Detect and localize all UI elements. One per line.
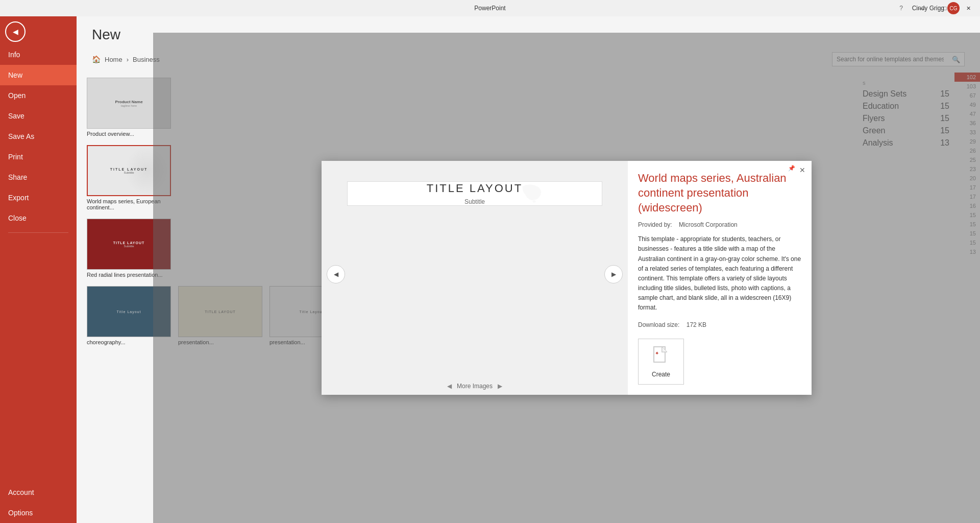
sidebar-label-close: Close bbox=[8, 214, 27, 222]
modal-nav-right[interactable]: ▶ bbox=[604, 265, 623, 283]
create-label: Create bbox=[652, 371, 670, 378]
sidebar-item-export[interactable]: Export bbox=[0, 187, 77, 208]
download-label: Download size: bbox=[638, 321, 679, 328]
close-button[interactable]: ✕ bbox=[957, 0, 980, 16]
more-images-prev[interactable]: ◀ bbox=[447, 383, 452, 390]
sidebar-item-options[interactable]: Options bbox=[0, 503, 77, 523]
preview-subtitle: Subtitle bbox=[427, 198, 523, 205]
svg-point-0 bbox=[533, 201, 536, 203]
app-title: PowerPoint bbox=[474, 5, 505, 12]
more-images-next[interactable]: ▶ bbox=[498, 383, 502, 390]
sidebar-item-new[interactable]: New bbox=[0, 65, 77, 85]
sidebar-item-print[interactable]: Print bbox=[0, 147, 77, 167]
modal-info: World maps series, Australian continent … bbox=[628, 161, 812, 394]
more-images-row: ◀ More Images ▶ bbox=[322, 377, 628, 395]
create-button[interactable]: ✦ Create bbox=[638, 339, 684, 385]
sidebar-item-info[interactable]: Info bbox=[0, 44, 77, 65]
modal-body: ◀ TITLE LAYOUT bbox=[322, 161, 812, 394]
window-controls: — □ ✕ bbox=[910, 0, 980, 16]
breadcrumb-separator: › bbox=[127, 56, 129, 63]
modal-preview: ◀ TITLE LAYOUT bbox=[322, 161, 628, 394]
sidebar-label-save: Save bbox=[8, 112, 24, 120]
sidebar-item-close[interactable]: Close bbox=[0, 208, 77, 228]
create-icon: ✦ bbox=[653, 345, 669, 368]
sidebar-label-info: Info bbox=[8, 51, 20, 59]
nav-left-icon: ◀ bbox=[334, 271, 338, 278]
svg-text:✦: ✦ bbox=[655, 350, 659, 356]
preview-title: TITLE LAYOUT bbox=[427, 182, 523, 195]
preview-title-layout: TITLE LAYOUT Subtitle bbox=[427, 182, 523, 205]
modal-description: This template - appropriate for students… bbox=[638, 234, 801, 313]
provider-label: Provided by: bbox=[638, 221, 672, 228]
modal-provider: Provided by: Microsoft Corporation bbox=[638, 221, 801, 228]
sidebar-label-options: Options bbox=[8, 509, 33, 517]
more-images-label: More Images bbox=[457, 383, 493, 390]
modal-close-button[interactable]: ✕ bbox=[797, 165, 807, 175]
sidebar-item-open[interactable]: Open bbox=[0, 85, 77, 106]
modal-overlay: ✕ 📌 ◀ bbox=[153, 33, 980, 523]
provider-name: Microsoft Corporation bbox=[679, 221, 738, 228]
back-button[interactable]: ◀ bbox=[5, 21, 26, 42]
sidebar-label-open: Open bbox=[8, 91, 26, 100]
sidebar-bottom: Account Options bbox=[0, 482, 77, 523]
modal-preview-image: TITLE LAYOUT Subtitle bbox=[347, 181, 602, 206]
sidebar-label-export: Export bbox=[8, 194, 29, 202]
title-bar: PowerPoint ? Cindy Grigg CG — □ ✕ bbox=[0, 0, 980, 16]
sidebar-label-account: Account bbox=[8, 488, 34, 496]
help-btn[interactable]: ? bbox=[894, 0, 909, 16]
nav-right-icon: ▶ bbox=[611, 271, 616, 278]
sidebar-label-share: Share bbox=[8, 173, 27, 181]
modal-nav-left[interactable]: ◀ bbox=[327, 265, 345, 283]
download-size: 172 KB bbox=[687, 321, 706, 328]
maximize-button[interactable]: □ bbox=[933, 0, 957, 16]
back-icon: ◀ bbox=[13, 28, 18, 36]
sidebar: ◀ Info New Open Save Save As Print Share… bbox=[0, 16, 77, 523]
home-icon: 🏠 bbox=[92, 55, 101, 63]
sidebar-item-save-as[interactable]: Save As bbox=[0, 126, 77, 147]
main-area: New 🏠 Home › Business 🔍 Product Name tag… bbox=[77, 16, 980, 523]
sidebar-label-print: Print bbox=[8, 153, 23, 161]
sidebar-divider bbox=[8, 232, 68, 233]
modal-dialog: ✕ 📌 ◀ bbox=[322, 161, 812, 394]
document-icon-svg: ✦ bbox=[653, 345, 669, 364]
sidebar-label-save-as: Save As bbox=[8, 132, 34, 140]
modal-download: Download size: 172 KB bbox=[638, 321, 801, 328]
modal-title: World maps series, Australian continent … bbox=[638, 171, 801, 215]
sidebar-item-save[interactable]: Save bbox=[0, 106, 77, 126]
breadcrumb-home[interactable]: Home bbox=[105, 56, 122, 63]
sidebar-label-new: New bbox=[8, 71, 22, 79]
sidebar-item-account[interactable]: Account bbox=[0, 482, 77, 503]
minimize-button[interactable]: — bbox=[910, 0, 933, 16]
sidebar-item-share[interactable]: Share bbox=[0, 167, 77, 187]
